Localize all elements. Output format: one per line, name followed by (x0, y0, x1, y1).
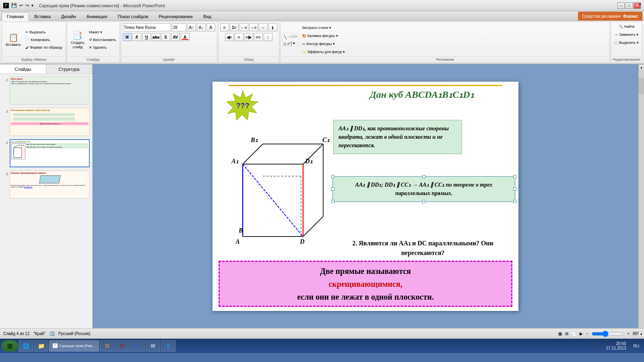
view-sorter-button[interactable]: ⊞ (565, 331, 568, 336)
spacing-button[interactable]: AV (171, 33, 180, 41)
minimize-button[interactable]: ─ (617, 2, 625, 9)
new-slide-button[interactable]: 📑 Создать слайд (69, 29, 87, 51)
zoom-slider[interactable] (592, 331, 624, 337)
start-button[interactable]: ⊞ (2, 340, 18, 352)
taskbar-powerpoint[interactable]: 🅿 Скрещив прям [Реж... (49, 340, 99, 352)
strikethrough-button[interactable]: abc (152, 33, 161, 41)
bracket-shape[interactable]: { (291, 41, 292, 45)
slide-thumb-4[interactable]: 4 Дан куб ABCDA₁B₁C₁D₁ (2, 138, 91, 168)
copy-button[interactable]: 📄 Копировать (24, 36, 64, 43)
font-size-input[interactable] (172, 23, 186, 31)
triangle-shape[interactable]: △ (283, 41, 287, 45)
format-painter-button[interactable]: 🖌 Формат по образцу (24, 44, 64, 51)
tab-insert[interactable]: Вставка (29, 12, 56, 21)
slide-thumb-3[interactable]: 3 Расположение прямых в пространстве: Ле… (2, 107, 91, 137)
taskbar-skype[interactable]: S (161, 340, 175, 352)
line-spacing-button[interactable]: ↕ (264, 33, 272, 41)
outline-button[interactable]: ▭ Контур фигуры ▾ (300, 40, 347, 47)
svg-text:???: ??? (236, 102, 250, 110)
paste-button[interactable]: 📋 Вставить (4, 29, 23, 51)
find-button[interactable]: 🔍 Найти (617, 23, 636, 30)
zoom-out-button[interactable]: − (586, 331, 588, 336)
indent-more-button[interactable]: →≡ (249, 23, 258, 31)
tab-animation[interactable]: Анимация (81, 12, 113, 21)
arrow-shape[interactable]: → (288, 34, 292, 40)
tab-view[interactable]: Вид (198, 12, 217, 21)
layout-button[interactable]: Макет ▾ (87, 29, 118, 36)
maximize-button[interactable]: □ (625, 2, 633, 9)
select-button[interactable]: ⬚ Выделить ▾ (613, 39, 640, 46)
taskbar-mail[interactable]: ✉ (146, 340, 160, 352)
definition-part1: Две прямые называются (320, 267, 411, 276)
question-label: 2. Являются ли AA₁ и DC параллельными? О… (352, 240, 493, 256)
right-scrollbar[interactable]: ▲ ▼ (638, 64, 644, 328)
star-shape[interactable]: ✦ (292, 41, 295, 45)
rtl-button[interactable]: ↔ (259, 23, 268, 31)
tab-outline[interactable]: Структура (46, 64, 93, 74)
qat-redo[interactable]: ↪ (25, 3, 29, 8)
view-slideshow-button[interactable]: ▶ (580, 331, 583, 336)
numbering-button[interactable]: 1≡ (230, 23, 239, 31)
columns-button[interactable]: ⫿ (268, 23, 277, 31)
ribbon-group-slides: 📑 Создать слайд Макет ▾ ↺ Восстановить ✕… (67, 22, 120, 63)
scrollbar-down[interactable]: ▼ (638, 331, 644, 337)
qat-save[interactable]: 💾 (11, 3, 17, 8)
underline-button[interactable]: Ч (142, 33, 151, 41)
font-color-button[interactable]: A (181, 33, 190, 41)
language-indicator: RU (630, 344, 642, 348)
taskbar-word[interactable]: W (130, 340, 145, 352)
line-shape[interactable]: ╲ (283, 34, 287, 40)
slide-thumb-5[interactable]: 5 Признак скрещивающихся прямых. Если од… (2, 170, 91, 200)
shadow-button[interactable]: S (161, 33, 170, 41)
panel-close-button[interactable]: ✕ (637, 1, 643, 7)
font-decrease-button[interactable]: A↓ (197, 23, 206, 31)
font-increase-button[interactable]: A↑ (187, 23, 196, 31)
taskbar-yandex[interactable]: Я (100, 340, 114, 352)
tab-design[interactable]: Дизайн (56, 12, 81, 21)
qat-undo[interactable]: ↩ (19, 3, 23, 8)
bent-arrow-shape[interactable]: ↙ (287, 41, 290, 45)
taskbar-ie[interactable]: 🌐 (19, 340, 33, 352)
bullets-button[interactable]: ≡ (220, 23, 229, 31)
ribbon-tabs: Главная Вставка Дизайн Анимация Показ сл… (0, 11, 644, 21)
justify-button[interactable]: ≡≡ (254, 33, 263, 41)
ribbon-group-drawing: ╲ → □ ○ △ ↙ { ✦ Экспресс-стили ▾ 🎨 Залив… (280, 22, 610, 63)
bold-button[interactable]: Ж (123, 33, 132, 41)
tab-slides-list[interactable]: Слайды (0, 64, 46, 74)
taskbar-opera[interactable]: O (115, 340, 130, 352)
fill-button[interactable]: 🎨 Заливка фигуры ▾ (300, 32, 347, 39)
slide-canvas[interactable]: ??? Дан куб ABCDA₁B₁C₁D₁ (213, 82, 518, 311)
clear-format-button[interactable]: A (206, 23, 215, 31)
tab-home[interactable]: Главная (2, 12, 29, 21)
indent-less-button[interactable]: ←≡ (239, 23, 248, 31)
effects-button[interactable]: ✨ Эффекты для фигур ▾ (300, 48, 347, 56)
font-content: A↑ A↓ A Ж К Ч abc S AV A (123, 23, 215, 56)
ribbon-group-font: A↑ A↓ A Ж К Ч abc S AV A Шрифт (121, 22, 217, 63)
view-reading-button[interactable]: 📄 (572, 331, 576, 336)
cut-button[interactable]: ✂ Вырезать (24, 29, 64, 36)
align-center-button[interactable]: ≡ (235, 33, 244, 41)
tab-slideshow[interactable]: Показ слайдов (112, 12, 153, 21)
tab-review[interactable]: Рецензирование (153, 12, 198, 21)
font-row-2: Ж К Ч abc S AV A (123, 33, 190, 41)
align-right-button[interactable]: ≡▶ (244, 33, 253, 41)
taskbar-explorer[interactable]: 📁 (34, 340, 48, 352)
delete-slide-button[interactable]: ✕ Удалить (87, 44, 118, 51)
scrollbar-thumb[interactable] (639, 78, 644, 94)
app-logo-icon: 🅿 (3, 2, 9, 9)
slide-thumb-2[interactable]: 2 Цели урока: • Ввести определение скрещ… (2, 76, 91, 105)
font-name-input[interactable] (123, 23, 171, 31)
align-left-button[interactable]: ◀≡ (225, 33, 234, 41)
quick-styles-button[interactable]: Экспресс-стили ▾ (300, 24, 347, 31)
rect-shape[interactable]: □ (292, 34, 295, 40)
qat-customize[interactable]: ▾ (31, 3, 33, 8)
tab-format-tools[interactable]: Средства рисования Формат (578, 12, 642, 21)
reset-button[interactable]: ↺ Восстановить (87, 36, 118, 43)
replace-button[interactable]: ↔ Заменить ▾ (613, 31, 640, 38)
zoom-in-button[interactable]: + (627, 331, 630, 336)
circle-shape[interactable]: ○ (295, 34, 297, 40)
scrollbar-up[interactable]: ▲ (639, 64, 644, 70)
slide-preview-2: Цели урока: • Ввести определение скрещив… (10, 76, 90, 105)
italic-button[interactable]: К (132, 33, 141, 41)
view-normal-button[interactable]: ▦ (558, 331, 562, 336)
